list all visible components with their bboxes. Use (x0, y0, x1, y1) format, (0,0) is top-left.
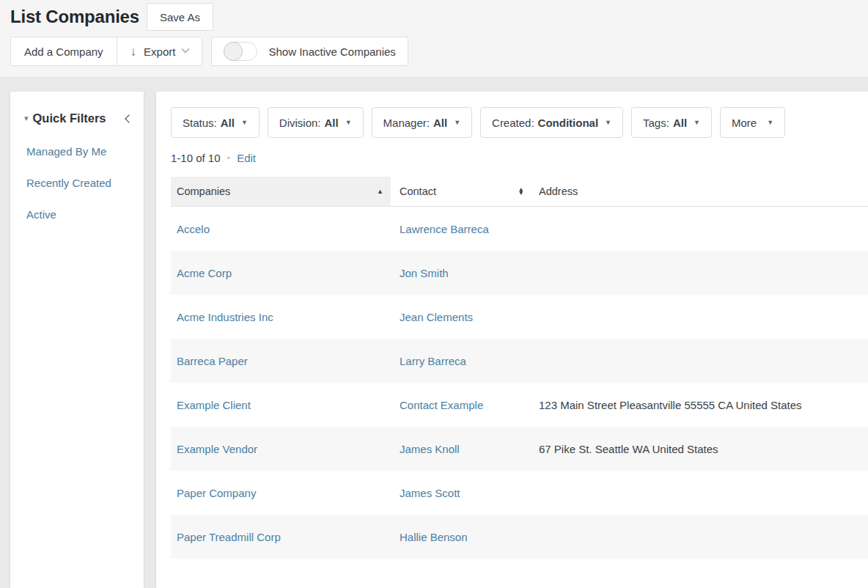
contact-cell: Jean Clements (391, 311, 530, 323)
filter-chip[interactable]: Created: Conditional ▼ (480, 107, 623, 138)
primary-actions-group: Add a Company ↓ Export (10, 37, 202, 66)
show-inactive-toggle[interactable] (224, 42, 257, 61)
address-cell: 67 Pike St. Seattle WA United States (530, 443, 868, 455)
filter-caret-icon: ▼ (694, 119, 700, 126)
sidebar-quick-filter-item[interactable]: Managed By Me (10, 136, 144, 167)
filter-chip[interactable]: Manager: All ▼ (372, 107, 472, 138)
results-bar: 1-10 of 10 • Edit (171, 152, 868, 164)
table-row: Accelo Lawrence Barreca (171, 207, 868, 251)
quick-filters-list: Managed By Me Recently Created Active (10, 136, 144, 230)
quick-filters-title: Quick Filters (33, 111, 106, 125)
sidebar-collapse-icon[interactable] (125, 114, 133, 122)
table-row: Example Vendor James Knoll 67 Pike St. S… (171, 427, 868, 471)
actions-row: Add a Company ↓ Export Show Inactive Com… (10, 37, 408, 66)
table-row: Acme Corp Jon Smith (171, 251, 868, 295)
filter-chip[interactable]: Division: All ▼ (268, 107, 364, 138)
filter-chip-label: Division: (279, 117, 321, 129)
contact-link[interactable]: Lawrence Barreca (400, 223, 489, 235)
contact-cell: Hallie Benson (391, 531, 530, 543)
title-row: List Companies Save As (10, 3, 213, 31)
filter-chip-value: Conditional (538, 117, 599, 129)
sort-down-glyph: ▼ (518, 191, 524, 195)
company-cell: Paper Treadmill Corp (171, 531, 391, 543)
toggle-knob (224, 42, 243, 61)
company-cell: Barreca Paper (171, 355, 391, 367)
results-count: 1-10 of 10 (171, 152, 221, 164)
company-link[interactable]: Acme Industries Inc (177, 311, 273, 323)
contact-link[interactable]: Hallie Benson (400, 531, 468, 543)
column-header-contact[interactable]: Contact ▲ ▼ (391, 177, 530, 206)
export-button[interactable]: ↓ Export (117, 37, 202, 65)
contact-link[interactable]: James Scott (400, 487, 460, 499)
filter-caret-icon: ▼ (767, 119, 773, 126)
contact-link[interactable]: Jon Smith (400, 267, 449, 279)
company-cell: Paper Company (171, 487, 391, 499)
company-cell: Example Vendor (171, 443, 391, 455)
save-as-button[interactable]: Save As (147, 3, 213, 31)
top-bar: List Companies Save As Add a Company ↓ E… (0, 0, 868, 77)
add-company-button[interactable]: Add a Company (11, 37, 117, 65)
company-link[interactable]: Paper Company (177, 487, 256, 499)
chevron-down-icon (182, 45, 190, 54)
company-link[interactable]: Acme Corp (177, 267, 232, 279)
add-company-label: Add a Company (24, 45, 103, 58)
filter-chip[interactable]: More ▼ (720, 107, 785, 138)
filter-chip[interactable]: Status: All ▼ (171, 107, 260, 138)
section-expand-caret-icon[interactable]: ▾ (24, 114, 29, 123)
filter-chip-value: All (324, 117, 338, 129)
filter-chip-value: All (673, 117, 687, 129)
column-header-address[interactable]: Address (530, 177, 868, 206)
download-icon: ↓ (130, 45, 137, 58)
table-row: Barreca Paper Larry Barreca (171, 339, 868, 383)
sidebar-item-label: Active (26, 208, 56, 221)
company-cell: Accelo (171, 223, 391, 235)
sidebar-item-label: Recently Created (26, 177, 111, 189)
filter-caret-icon: ▼ (241, 119, 248, 126)
company-link[interactable]: Accelo (177, 223, 210, 235)
company-link[interactable]: Example Client (177, 399, 251, 411)
filter-chip[interactable]: Tags: All ▼ (631, 107, 712, 138)
contact-link[interactable]: James Knoll (400, 443, 460, 455)
contact-cell: James Knoll (391, 443, 530, 455)
filter-chip-label: Tags: (643, 117, 669, 129)
contact-link[interactable]: Larry Barreca (400, 355, 466, 367)
column-label: Companies (177, 185, 230, 197)
company-link[interactable]: Barreca Paper (177, 355, 248, 367)
show-inactive-label: Show Inactive Companies (268, 45, 395, 58)
company-link[interactable]: Paper Treadmill Corp (177, 531, 281, 543)
filter-caret-icon: ▼ (345, 119, 352, 126)
column-label: Contact (400, 185, 436, 197)
address-cell-text: 67 Pike St. Seattle WA United States (539, 443, 718, 455)
sidebar-item-label: Managed By Me (26, 145, 106, 158)
contact-link[interactable]: Contact Example (400, 399, 483, 411)
company-link[interactable]: Example Vendor (177, 443, 257, 455)
companies-table-body: Accelo Lawrence Barreca Acme Corp Jon Sm… (171, 207, 868, 559)
column-header-companies[interactable]: Companies ▲ (171, 177, 391, 206)
contact-cell: Contact Example (391, 399, 530, 411)
filter-chip-label: More (732, 117, 757, 129)
table-row: Acme Industries Inc Jean Clements (171, 295, 868, 339)
filter-chip-value: All (433, 117, 447, 129)
filter-caret-icon: ▼ (454, 119, 460, 126)
page-title: List Companies (10, 7, 139, 27)
edit-columns-link[interactable]: Edit (237, 152, 256, 164)
contact-cell: Jon Smith (391, 267, 530, 279)
filter-bar: Status: All ▼ Division: All ▼ Manager: A… (171, 107, 853, 138)
companies-table-header: Companies ▲ Contact ▲ ▼ Address (171, 177, 868, 207)
filter-caret-icon: ▼ (605, 119, 611, 126)
company-cell: Example Client (171, 399, 391, 411)
dot-separator-icon: • (227, 152, 231, 163)
address-cell-text: 123 Main Street Pleasantville 55555 CA U… (539, 399, 802, 411)
main-panel: Status: All ▼ Division: All ▼ Manager: A… (156, 92, 868, 588)
sidebar-quick-filter-item[interactable]: Active (10, 199, 144, 230)
sortable-icon: ▲ ▼ (518, 188, 524, 196)
contact-link[interactable]: Jean Clements (400, 311, 473, 323)
companies-table: Companies ▲ Contact ▲ ▼ Address Accelo (171, 177, 868, 559)
filter-chip-label: Status: (183, 117, 217, 129)
contact-cell: Lawrence Barreca (391, 223, 530, 235)
company-cell: Acme Industries Inc (171, 311, 391, 323)
sidebar-quick-filter-item[interactable]: Recently Created (10, 167, 144, 199)
list-companies-page: List Companies Save As Add a Company ↓ E… (0, 0, 868, 588)
export-label: Export (144, 45, 175, 58)
filter-chip-label: Manager: (383, 117, 430, 129)
